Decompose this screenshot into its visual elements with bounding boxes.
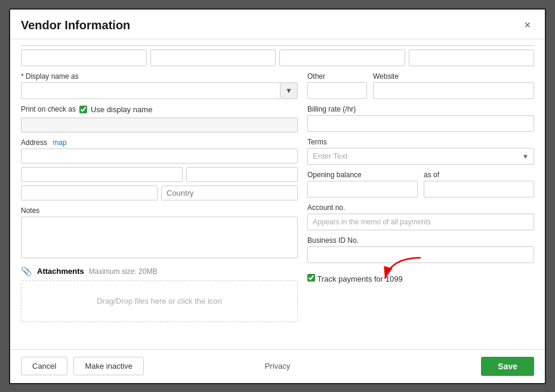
opening-balance-input[interactable] [307,181,418,197]
attachments-label-row: 📎 Attachments Maximum size: 20MB [21,266,298,277]
dialog-body: Jane Doe * Display name as Bob's Burger … [10,39,545,349]
use-display-name-row: Print on check as Use display name [21,105,298,114]
billing-rate-input[interactable] [307,115,534,132]
attachments-section: 📎 Attachments Maximum size: 20MB Drag/Dr… [21,266,298,322]
terms-dropdown-arrow: ▼ [522,153,529,160]
website-input[interactable] [373,82,534,99]
account-no-label: Account no. [307,203,534,212]
print-on-check-input[interactable]: Bob's Burger Joint [21,118,298,132]
business-id-group: Business ID No. 123-58-9855 [307,236,534,263]
track-payments-row: Track payments for 1099 [307,274,403,283]
address-label: Address map [21,138,298,147]
privacy-link[interactable]: Privacy [265,362,291,371]
attachments-title: Attachments [37,267,84,276]
display-name-group: * Display name as Bob's Burger Joint ▼ [21,72,298,99]
billing-rate-group: Billing rate (/hr) [307,105,534,132]
dialog-title: Vendor Information [21,18,130,32]
paperclip-icon: 📎 [21,266,32,277]
other-label: Other [307,72,367,81]
footer-left: Cancel Make inactive [21,357,187,375]
city-input[interactable]: Pasadena [21,167,183,182]
max-size-label: Maximum size: 20MB [89,267,158,276]
dialog-header: Vendor Information × [10,10,545,39]
opening-balance-label: Opening balance [307,171,418,179]
display-name-label: * Display name as [21,72,298,81]
left-column: * Display name as Bob's Burger Joint ▼ P… [21,72,298,322]
account-no-input[interactable] [307,214,534,230]
print-on-check-group: Print on check as Use display name Bob's… [21,105,298,132]
terms-group: Terms Enter Text ▼ [307,138,534,165]
print-on-check-label: Print on check as [21,105,76,113]
file-dropzone[interactable]: Drag/Drop files here or click the icon [21,280,298,322]
suffix-input[interactable] [409,50,535,66]
country-input[interactable] [161,186,298,200]
footer-center: Privacy [195,362,361,371]
zip-input[interactable]: 91110 [21,186,158,200]
footer-right: Save [368,357,534,376]
track-payments-checkbox[interactable] [307,274,315,282]
drop-text: Drag/Drop files here or click the icon [97,297,222,305]
website-label: Website [373,72,534,81]
business-id-input[interactable]: 123-58-9855 [307,246,534,263]
terms-select[interactable]: Enter Text ▼ [307,148,534,165]
other-group: Other [307,72,367,99]
address-line1-input[interactable]: 132 Batchmouth Dr [21,149,298,163]
middle-name-input[interactable] [150,50,276,66]
as-of-label: as of [424,171,534,179]
make-inactive-button[interactable]: Make inactive [73,357,143,375]
track-payments-label: Track payments for 1099 [317,274,402,283]
opening-balance-group: Opening balance as of 01/08/2019 [307,171,534,197]
city-state-row: Pasadena CA [21,167,298,182]
name-fields-row: Jane Doe [21,45,534,66]
notes-group: Notes [21,206,298,260]
account-no-group: Account no. [307,203,534,230]
opening-balance-field: Opening balance [307,171,418,197]
terms-placeholder: Enter Text [313,152,347,160]
close-button[interactable]: × [520,18,534,33]
dialog-footer: Cancel Make inactive Privacy Save [10,349,545,383]
address-map-link[interactable]: map [53,138,66,147]
display-name-input[interactable]: Bob's Burger Joint [21,82,280,99]
notes-textarea[interactable] [21,217,298,258]
display-name-row: Bob's Burger Joint ▼ [21,82,298,99]
main-two-col: * Display name as Bob's Burger Joint ▼ P… [21,72,534,322]
vendor-information-dialog: Vendor Information × Jane Doe * Display … [9,8,546,384]
other-input[interactable] [307,82,367,99]
right-column: Other Website Billing rate (/hr) [307,72,534,322]
billing-rate-label: Billing rate (/hr) [307,105,534,113]
display-name-dropdown-button[interactable]: ▼ [280,82,298,99]
terms-label: Terms [307,138,534,146]
other-website-group: Other Website [307,72,534,99]
cancel-button[interactable]: Cancel [21,357,67,375]
state-input[interactable]: CA [186,167,298,182]
notes-label: Notes [21,206,298,215]
website-group: Website [373,72,534,99]
first-name-input[interactable]: Jane [21,50,147,66]
last-name-input[interactable]: Doe [279,50,405,66]
zip-country-row: 91110 [21,186,298,200]
address-group: Address map 132 Batchmouth Dr Pasadena C… [21,138,298,200]
business-id-label: Business ID No. [307,236,534,245]
use-display-name-label: Use display name [91,105,152,114]
opening-balance-row: Opening balance as of 01/08/2019 [307,171,534,197]
as-of-input[interactable]: 01/08/2019 [424,181,534,197]
use-display-name-checkbox[interactable] [79,106,87,113]
other-website-row: Other Website [307,72,534,99]
save-button[interactable]: Save [481,357,534,376]
as-of-group: as of 01/08/2019 [424,171,534,197]
